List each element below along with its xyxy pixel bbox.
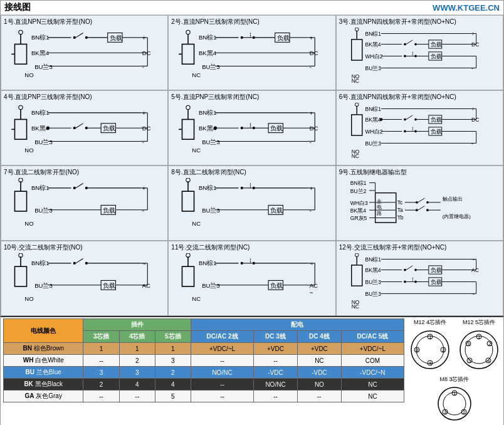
diagram-6-svg: BN棕1 + BK黑4 负载 DC WH白2 — [339, 103, 500, 159]
diagram-12: 12号.交流三线制常开+常闭型(NO+NC) BN棕1 ~ BK黑4 负载 AC… — [336, 241, 503, 316]
svg-text:Ta: Ta — [397, 207, 402, 213]
wire-WH-v4: COM — [341, 355, 404, 367]
svg-text:AC: AC — [310, 282, 318, 289]
svg-text:~: ~ — [471, 291, 475, 297]
wire-BU-v4: -VDC/~N — [341, 367, 404, 379]
svg-point-163 — [404, 130, 406, 133]
wire-BK-p2: 4 — [119, 379, 155, 391]
svg-text:触点输出: 触点输出 — [442, 196, 462, 202]
svg-text:-: - — [142, 139, 144, 145]
svg-text:BU兰3: BU兰3 — [34, 282, 53, 289]
plugin-col-2: 4芯插 — [119, 331, 155, 343]
svg-point-129 — [253, 127, 255, 129]
svg-text:+: + — [471, 31, 475, 37]
power-col-1: DC/AC 2线 — [191, 331, 253, 343]
diagram-12-svg: BN棕1 ~ BK黑4 负载 AC BU兰3 — [339, 253, 500, 310]
svg-text:负载: 负载 — [277, 34, 290, 41]
svg-text:BU兰3: BU兰3 — [34, 63, 53, 70]
wire-BN-p3: 1 — [155, 343, 191, 355]
svg-text:NC: NC — [192, 71, 201, 78]
svg-text:NO: NO — [24, 295, 33, 302]
svg-rect-0 — [14, 44, 26, 64]
svg-text:1: 1 — [453, 391, 456, 396]
diagram-5: 5号.直流PNP三线制常闭型(NC) BN棕1 + BK黑4 负载 DC — [168, 90, 335, 165]
svg-point-280 — [241, 262, 243, 265]
svg-text:负载: 负载 — [271, 282, 283, 289]
svg-point-176 — [379, 118, 382, 121]
wire-WH-v3: NC — [297, 355, 341, 367]
svg-text:NO: NO — [24, 220, 33, 227]
svg-text:BN棕1: BN棕1 — [31, 184, 50, 191]
svg-text:BN棕1: BN棕1 — [31, 109, 50, 116]
svg-text:负载: 负载 — [430, 279, 441, 285]
diagram-3: 3号.直流NPN四线制常开+常闭型(NO+NC) BN棕1 + BK黑4 负载 … — [336, 15, 503, 90]
diagram-7: 7号.直流二线制常开型(NO) BN棕1 + BU兰3 负载 - NO — [1, 165, 168, 241]
diagram-4-svg: BN棕1 + BK黑4 负载 DC BU兰3 - NO — [4, 103, 165, 159]
svg-text:Tb: Tb — [397, 214, 403, 221]
svg-text:NO: NO — [24, 147, 33, 154]
diagram-3-title: 3号.直流NPN四线制常开+常闭型(NO+NC) — [339, 18, 500, 26]
svg-text:BN棕1: BN棕1 — [31, 260, 50, 266]
svg-point-305 — [404, 269, 406, 271]
svg-text:BK黑4: BK黑4 — [365, 267, 381, 273]
svg-line-260 — [76, 258, 83, 263]
svg-rect-117 — [182, 119, 194, 139]
svg-point-99 — [73, 127, 76, 129]
svg-text:BU兰3: BU兰3 — [202, 139, 221, 145]
svg-text:5: 5 — [468, 358, 471, 364]
svg-point-315 — [404, 281, 406, 283]
table-row-WH: WH 白色White -- 2 3 -- -- NC COM — [4, 355, 404, 367]
svg-text:BN棕1: BN棕1 — [199, 34, 217, 41]
wire-GA-v2: -- — [254, 391, 298, 402]
diagram-5-title: 5号.直流PNP三线制常闭型(NC) — [171, 93, 332, 102]
wire-GA-p2: -- — [119, 391, 155, 402]
svg-text:4: 4 — [487, 358, 490, 364]
svg-point-93 — [19, 105, 23, 109]
svg-text:+: + — [142, 34, 146, 41]
svg-point-245 — [426, 201, 429, 204]
table-section: 电线颜色 插件 配电 3芯插 4芯插 5芯插 DC/AC 2线 DC 3线 DC… — [1, 317, 503, 425]
svg-text:BN棕1: BN棕1 — [350, 180, 366, 186]
svg-point-318 — [414, 281, 417, 283]
diagram-11-svg: BN棕1 ~ BU兰3 负载 AC NC ~ — [171, 253, 332, 310]
header: 接线图 WWW.KTGEE.CN — [1, 1, 503, 15]
svg-line-244 — [417, 198, 424, 202]
diagrams-section: 1号.直流NPN三线制常开型(NO) BN棕1 负载 + — [1, 15, 503, 317]
diagram-6-title: 6号.直流NPN四线制常开+常闭型(NO+NC) — [339, 93, 500, 102]
svg-rect-53 — [351, 39, 362, 60]
diagram-2-svg: BN棕1 负载 + BK黑4 DC BU兰3 - NC — [171, 28, 332, 84]
m12-4pin-svg: 1 2 3 4 — [408, 328, 452, 372]
svg-text:BN棕1: BN棕1 — [199, 260, 217, 266]
plugin-header: 插件 — [83, 319, 191, 331]
svg-text:2: 2 — [463, 409, 466, 415]
connector-diagrams: M12 4芯插件 1 2 3 — [408, 318, 501, 424]
svg-text:NC: NC — [192, 220, 201, 227]
wire-BN-p1: 1 — [83, 343, 119, 355]
svg-text:-: - — [471, 65, 473, 71]
plugin-col-3: 5芯插 — [155, 331, 191, 343]
svg-text:2: 2 — [488, 341, 491, 347]
wire-BK-v3: NO — [297, 379, 341, 391]
diagram-6: 6号.直流NPN四线制常开+常闭型(NO+NC) BN棕1 + BK黑4 负载 … — [336, 90, 503, 165]
svg-text:-: - — [310, 207, 312, 214]
svg-rect-90 — [14, 119, 26, 139]
diagram-9-svg: 主 电 路 BN棕1 BU兰2 WH白3 Tc BK黑4 Ta GR灰5 — [339, 178, 500, 234]
wire-GA-v1: -- — [191, 391, 253, 402]
svg-line-7 — [76, 33, 83, 37]
svg-text:负载: 负载 — [430, 129, 441, 135]
svg-text:+: + — [142, 110, 146, 117]
wire-GA-label: GA 灰色Gray — [4, 391, 83, 402]
website-url: WWW.KTGEE.CN — [433, 3, 500, 13]
svg-point-139 — [214, 127, 217, 130]
svg-text:DC: DC — [310, 125, 318, 132]
wire-GA-v3: -- — [297, 391, 341, 402]
table-wrapper: 电线颜色 插件 配电 3芯插 4芯插 5芯插 DC/AC 2线 DC 3线 DC… — [3, 318, 501, 424]
svg-text:BU兰3: BU兰3 — [365, 140, 381, 147]
svg-text:1: 1 — [478, 334, 481, 340]
diagram-1-title: 1号.直流NPN三线制常开型(NO) — [4, 18, 165, 26]
svg-text:GR灰5: GR灰5 — [350, 215, 367, 221]
svg-text:+: + — [310, 34, 313, 41]
table-row-BU: BU 兰色Blue 3 3 2 NO/NC -VDC -VDC -VDC/~N — [4, 367, 404, 379]
wire-WH-v1: -- — [191, 355, 253, 367]
svg-text:BU兰3: BU兰3 — [365, 65, 381, 71]
